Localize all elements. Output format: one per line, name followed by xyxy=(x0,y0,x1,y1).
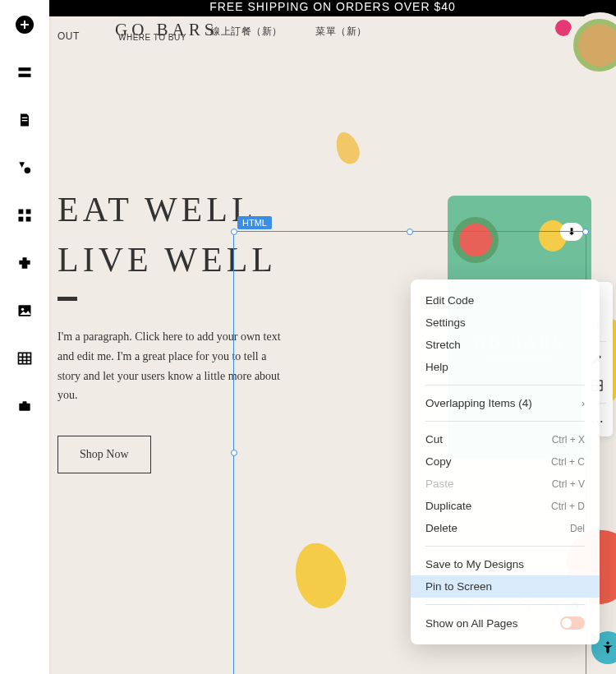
chevron-right-icon: › xyxy=(582,398,585,409)
nav-where[interactable]: WHERE TO BUY xyxy=(118,33,186,42)
menu-delete[interactable]: DeleteDel xyxy=(411,517,600,539)
shortcut-label: Ctrl + C xyxy=(551,456,585,468)
headline-underline xyxy=(57,297,77,301)
svg-point-16 xyxy=(606,642,609,644)
decor-nut xyxy=(332,129,363,167)
svg-rect-14 xyxy=(23,401,27,404)
svg-rect-4 xyxy=(22,120,28,121)
headline-line2: LIVE WELL xyxy=(57,235,277,285)
nav-menu[interactable]: 菜單（新） xyxy=(315,25,367,39)
resize-handle[interactable] xyxy=(231,450,237,456)
menu-paste: PasteCtrl + V xyxy=(411,473,600,495)
addons-icon[interactable] xyxy=(15,253,34,273)
sections-icon[interactable] xyxy=(15,62,34,82)
menu-save-to-my-designs[interactable]: Save to My Designs xyxy=(411,553,600,575)
svg-rect-6 xyxy=(19,210,24,215)
add-icon[interactable] xyxy=(15,15,34,35)
decor-lemon xyxy=(288,538,353,614)
shortcut-label: Del xyxy=(570,523,585,534)
menu-copy[interactable]: CopyCtrl + C xyxy=(411,450,600,473)
svg-rect-7 xyxy=(26,210,31,215)
nav-order-online[interactable]: 線上訂餐（新） xyxy=(210,25,283,39)
editor-canvas: FREE SHIPPING ON ORDERS OVER $40 OUT GO … xyxy=(49,0,616,674)
apps-icon[interactable] xyxy=(15,205,34,225)
page-icon[interactable] xyxy=(15,110,34,130)
shortcut-label: Ctrl + X xyxy=(552,434,585,445)
menu-cut[interactable]: CutCtrl + X xyxy=(411,428,600,450)
menu-edit-code[interactable]: Edit Code xyxy=(411,289,600,312)
business-icon[interactable] xyxy=(15,396,34,416)
media-icon[interactable] xyxy=(15,301,34,321)
nav-about[interactable]: OUT xyxy=(57,30,80,42)
menu-show-on-all-pages[interactable]: Show on All Pages xyxy=(411,612,600,635)
shortcut-label: Ctrl + D xyxy=(551,501,585,512)
svg-point-11 xyxy=(21,308,24,311)
shortcut-label: Ctrl + V xyxy=(552,478,585,490)
svg-rect-13 xyxy=(19,404,30,411)
context-menu: Edit Code Settings Stretch Help Overlapp… xyxy=(411,279,600,644)
menu-separator xyxy=(425,385,585,385)
svg-rect-8 xyxy=(19,217,24,222)
svg-rect-2 xyxy=(19,74,31,77)
menu-separator xyxy=(425,604,585,605)
headline-line1: EAT WELL xyxy=(57,185,277,235)
svg-rect-1 xyxy=(19,67,31,71)
svg-rect-12 xyxy=(19,353,31,363)
svg-point-5 xyxy=(25,168,31,174)
promo-banner: FREE SHIPPING ON ORDERS OVER $40 xyxy=(49,0,616,16)
editor-left-rail xyxy=(0,0,49,674)
menu-pin-to-screen[interactable]: Pin to Screen xyxy=(411,575,600,598)
menu-stretch[interactable]: Stretch xyxy=(411,334,600,356)
menu-separator xyxy=(425,546,585,547)
body-paragraph[interactable]: I'm a paragraph. Click here to add your … xyxy=(57,327,287,405)
svg-rect-3 xyxy=(22,118,28,118)
menu-duplicate[interactable]: DuplicateCtrl + D xyxy=(411,495,600,517)
decor-watermelon-icon xyxy=(453,217,499,263)
toggle-switch[interactable] xyxy=(560,616,585,630)
table-icon[interactable] xyxy=(15,349,34,368)
shop-now-button[interactable]: Shop Now xyxy=(57,436,151,473)
theme-icon[interactable] xyxy=(15,158,34,178)
menu-overlapping-items[interactable]: Overlapping Items (4)› xyxy=(411,392,600,414)
menu-separator xyxy=(425,421,585,422)
download-icon[interactable]: ⬇ xyxy=(560,223,583,241)
svg-rect-9 xyxy=(26,217,31,222)
site-header: OUT GO BARS WHERE TO BUY 線上訂餐（新） 菜單（新） ▾ xyxy=(49,16,616,56)
headline[interactable]: EAT WELL LIVE WELL xyxy=(57,185,277,301)
menu-settings[interactable]: Settings xyxy=(411,312,600,334)
resize-handle[interactable] xyxy=(407,229,413,235)
menu-help[interactable]: Help xyxy=(411,356,600,378)
